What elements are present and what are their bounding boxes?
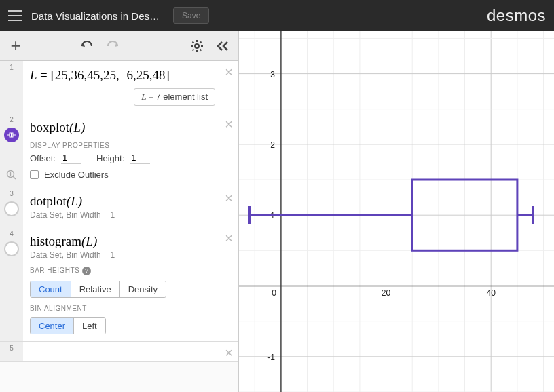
add-expression-button[interactable]: + — [5, 36, 26, 56]
collapse-panel-button[interactable] — [213, 36, 233, 56]
bar-heights-toggle: Count Relative Density — [30, 281, 166, 298]
expression-math[interactable]: L = [25,36,45,25,−6,25,48] — [30, 68, 215, 83]
expression-toolbar: + — [0, 31, 238, 61]
expression-row[interactable]: 4 × histogram(L) Data Set, Bin Width = 1… — [0, 227, 238, 342]
undo-icon — [79, 41, 94, 51]
svg-line-16 — [13, 176, 16, 179]
axis-tick-label: 40 — [487, 288, 496, 298]
axis-tick-label: 3 — [270, 70, 275, 79]
expression-subtext: Data Set, Bin Width = 1 — [30, 210, 215, 220]
svg-point-0 — [195, 44, 199, 48]
offset-label: Offset: — [30, 153, 56, 163]
expression-index: 3 — [10, 190, 14, 197]
relative-button[interactable]: Relative — [71, 281, 120, 297]
svg-line-7 — [193, 49, 194, 50]
height-label: Height: — [96, 153, 124, 163]
count-button[interactable]: Count — [31, 281, 71, 297]
expression-row[interactable]: 5 × — [0, 342, 238, 362]
hidden-plot-toggle[interactable] — [4, 201, 19, 216]
undo-button[interactable] — [77, 36, 97, 56]
redo-icon — [105, 41, 120, 51]
axis-tick-label: 0 — [272, 288, 276, 298]
bin-alignment-toggle: Center Left — [30, 317, 106, 334]
exclude-outliers-label: Exclude Outliers — [44, 170, 109, 180]
expression-index: 1 — [0, 61, 23, 113]
left-button[interactable]: Left — [74, 318, 105, 334]
expression-result: L = 7 element list — [134, 88, 215, 106]
expression-index: 5 — [0, 342, 23, 361]
axis-tick-label: 20 — [382, 288, 391, 298]
height-input[interactable] — [130, 152, 150, 164]
delete-expression-button[interactable]: × — [225, 191, 233, 205]
expression-row[interactable]: 2 × boxplot(L) DISPLAY PROPERTIES Offset… — [0, 113, 238, 187]
axis-tick-label: 2 — [270, 140, 275, 150]
delete-expression-button[interactable]: × — [225, 231, 233, 245]
save-button[interactable]: Save — [173, 7, 209, 24]
offset-input[interactable] — [61, 152, 81, 164]
expression-panel: + 1 × — [0, 31, 239, 392]
grid — [239, 31, 554, 392]
expression-row[interactable]: 3 × dotplot(L) Data Set, Bin Width = 1 — [0, 187, 238, 227]
expression-index: 2 — [10, 116, 14, 123]
delete-expression-button[interactable]: × — [225, 346, 233, 359]
hidden-plot-toggle[interactable] — [4, 241, 19, 256]
expression-math[interactable]: boxplot(L) — [30, 120, 215, 135]
svg-line-6 — [200, 49, 202, 50]
graph-area[interactable]: 0 20 40 1 2 3 -1 — [239, 31, 554, 392]
svg-line-5 — [193, 41, 194, 43]
center-button[interactable]: Center — [31, 318, 74, 334]
boxplot-icon[interactable] — [4, 128, 19, 142]
exclude-outliers-checkbox[interactable] — [30, 170, 39, 179]
delete-expression-button[interactable]: × — [225, 117, 233, 131]
delete-expression-button[interactable]: × — [225, 65, 233, 79]
chevron-double-left-icon — [217, 41, 229, 52]
expression-math[interactable]: histogram(L) — [30, 234, 215, 249]
density-button[interactable]: Density — [120, 281, 166, 297]
redo-button[interactable] — [103, 36, 123, 56]
axis-tick-label: -1 — [267, 353, 275, 362]
svg-line-8 — [200, 41, 202, 43]
expression-math[interactable]: dotplot(L) — [30, 194, 215, 209]
section-label: BIN ALIGNMENT — [30, 305, 215, 312]
expression-subtext: Data Set, Bin Width = 1 — [30, 250, 215, 260]
zoom-fit-button[interactable] — [0, 170, 23, 182]
section-label: BAR HEIGHTS? — [30, 267, 215, 275]
menu-icon[interactable] — [8, 10, 22, 21]
expression-index: 4 — [10, 230, 14, 237]
expression-row[interactable]: 1 × L = [25,36,45,25,−6,25,48] L = 7 ele… — [0, 61, 238, 113]
section-label: DISPLAY PROPERTIES — [30, 142, 215, 149]
gear-icon — [191, 40, 203, 52]
settings-button[interactable] — [187, 36, 207, 56]
help-icon[interactable]: ? — [82, 267, 91, 275]
document-title[interactable]: Data Visualizations in Des… — [31, 10, 160, 22]
desmos-logo: desmos — [487, 6, 546, 25]
